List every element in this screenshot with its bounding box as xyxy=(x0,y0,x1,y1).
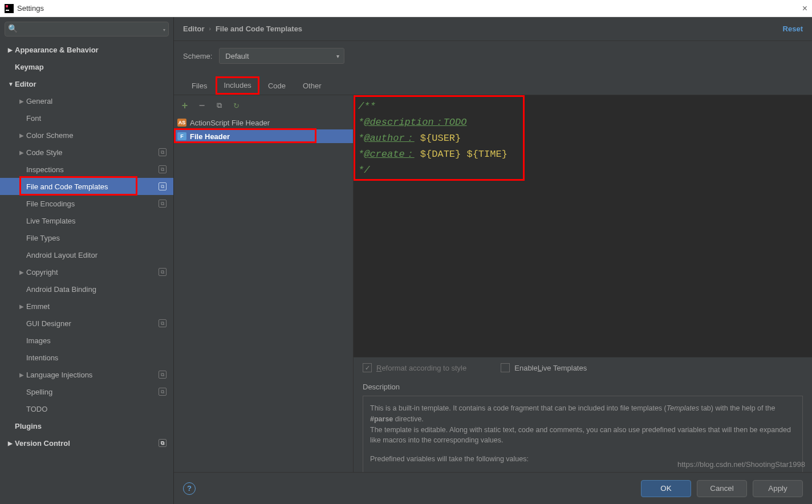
svg-rect-1 xyxy=(6,5,8,7)
project-badge-icon: ⧉ xyxy=(159,268,167,276)
description-text: This is a built-in template. It contains… xyxy=(370,403,795,446)
tree-file-encodings[interactable]: File Encodings⧉ xyxy=(0,195,173,212)
chevron-right-icon: › xyxy=(209,26,211,32)
window-title: Settings xyxy=(17,4,44,13)
template-list: AS ActionScript File Header F File Heade… xyxy=(174,116,353,504)
description-heading: Description xyxy=(354,378,812,391)
tree-version-control[interactable]: ▶Version Control⧉ xyxy=(0,434,173,452)
panels: + − ⧉ ↻ AS ActionScript File Header F Fi… xyxy=(174,95,812,504)
project-badge-icon: ⧉ xyxy=(159,388,167,396)
tree-inspections[interactable]: Inspections⧉ xyxy=(0,161,173,178)
tree-emmet[interactable]: ▶Emmet xyxy=(0,298,173,315)
project-badge-icon: ⧉ xyxy=(159,148,167,156)
tab-includes[interactable]: Includes xyxy=(216,76,259,95)
tree-font[interactable]: Font xyxy=(0,109,173,127)
tree-live-templates[interactable]: Live Templates xyxy=(0,212,173,229)
actionscript-icon: AS xyxy=(177,119,186,127)
tree-images[interactable]: Images xyxy=(0,332,173,349)
tree-color-scheme[interactable]: ▶Color Scheme xyxy=(0,127,173,144)
tree-file-types[interactable]: File Types xyxy=(0,229,173,246)
tree-copyright[interactable]: ▶Copyright⧉ xyxy=(0,263,173,281)
tree-general[interactable]: ▶General xyxy=(0,92,173,109)
tree-gui-designer[interactable]: GUI Designer⧉ xyxy=(0,315,173,332)
titlebar: Settings × xyxy=(0,0,812,17)
project-badge-icon: ⧉ xyxy=(159,165,167,173)
tab-other[interactable]: Other xyxy=(294,76,330,95)
editor-options: ✓Reformat according to style Enable Live… xyxy=(354,357,812,378)
project-badge-icon: ⧉ xyxy=(159,200,167,208)
close-icon[interactable]: × xyxy=(802,3,807,14)
tree-editor[interactable]: ▼Editor xyxy=(0,75,173,92)
apply-button[interactable]: Apply xyxy=(753,480,803,497)
project-badge-icon: ⧉ xyxy=(159,182,167,190)
template-editor[interactable]: /** *@description：TODO *@author： ${USER}… xyxy=(354,95,812,357)
project-badge-icon: ⧉ xyxy=(159,319,167,327)
add-icon[interactable]: + xyxy=(180,100,190,111)
settings-sidebar: 🔍 ▾ ▶Appearance & Behavior Keymap ▼Edito… xyxy=(0,17,174,504)
scheme-select[interactable]: Default xyxy=(219,48,344,64)
cancel-button[interactable]: Cancel xyxy=(697,480,747,497)
svg-rect-2 xyxy=(6,10,9,11)
search-icon: 🔍 xyxy=(8,24,18,33)
copy-icon[interactable]: ⧉ xyxy=(214,100,224,111)
tree-plugins[interactable]: Plugins xyxy=(0,417,173,434)
tree-file-code-templates[interactable]: File and Code Templates⧉ xyxy=(0,178,173,195)
tree-android-data-binding[interactable]: Android Data Binding xyxy=(0,281,173,298)
template-tabs: Files Includes Code Other xyxy=(174,71,812,95)
refresh-icon[interactable]: ↻ xyxy=(231,100,241,111)
tree-android-layout-editor[interactable]: Android Layout Editor xyxy=(0,246,173,263)
predefined-vars-heading: Predefined variables will take the follo… xyxy=(370,454,795,465)
tree-appearance[interactable]: ▶Appearance & Behavior xyxy=(0,41,173,58)
tree-intentions[interactable]: Intentions xyxy=(0,349,173,366)
list-toolbar: + − ⧉ ↻ xyxy=(174,95,353,116)
enable-live-templates-checkbox[interactable]: Enable Live Templates xyxy=(501,363,587,372)
help-button[interactable]: ? xyxy=(183,482,196,495)
tree-keymap[interactable]: Keymap xyxy=(0,58,173,75)
intellij-icon xyxy=(5,4,14,13)
tree-language-injections[interactable]: ▶Language Injections⧉ xyxy=(0,366,173,383)
reformat-checkbox[interactable]: ✓Reformat according to style xyxy=(363,363,466,372)
remove-icon[interactable]: − xyxy=(197,100,207,111)
tab-code[interactable]: Code xyxy=(259,76,294,95)
tree-code-style[interactable]: ▶Code Style⧉ xyxy=(0,144,173,161)
list-item-file-header[interactable]: F File Header xyxy=(174,129,353,143)
project-badge-icon: ⧉ xyxy=(159,439,167,447)
search-history-icon[interactable]: ▾ xyxy=(163,27,165,32)
ok-button[interactable]: OK xyxy=(641,480,691,497)
reset-link[interactable]: Reset xyxy=(783,25,803,33)
tab-files[interactable]: Files xyxy=(183,76,216,95)
tree-todo[interactable]: TODO xyxy=(0,400,173,417)
settings-content: Editor › File and Code Templates Reset S… xyxy=(174,17,812,504)
file-icon: F xyxy=(177,132,186,140)
breadcrumb: Editor › File and Code Templates Reset xyxy=(174,17,812,41)
editor-panel: /** *@description：TODO *@author： ${USER}… xyxy=(354,95,812,504)
scheme-label: Scheme: xyxy=(183,52,212,60)
breadcrumb-editor[interactable]: Editor xyxy=(183,25,205,33)
list-item-actionscript[interactable]: AS ActionScript File Header xyxy=(174,116,353,129)
search-wrapper: 🔍 ▾ xyxy=(5,22,169,36)
project-badge-icon: ⧉ xyxy=(159,371,167,379)
settings-tree: ▶Appearance & Behavior Keymap ▼Editor ▶G… xyxy=(0,41,173,504)
breadcrumb-current: File and Code Templates xyxy=(216,25,302,33)
template-list-panel: + − ⧉ ↻ AS ActionScript File Header F Fi… xyxy=(174,95,354,504)
scheme-row: Scheme: Default xyxy=(174,41,812,71)
dialog-footer: ? OK Cancel Apply xyxy=(174,472,812,504)
tree-spelling[interactable]: Spelling⧉ xyxy=(0,383,173,400)
search-input[interactable] xyxy=(5,22,169,36)
